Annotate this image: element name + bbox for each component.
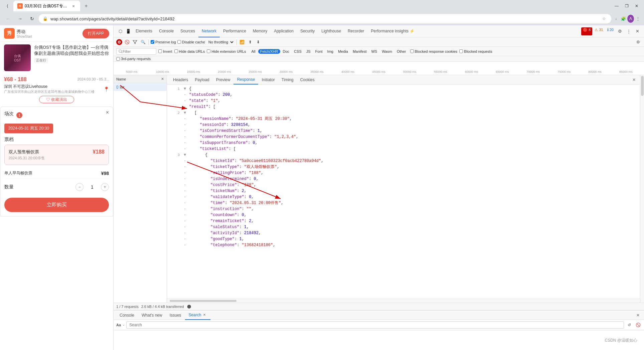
console-close-btn[interactable]: ✕: [635, 312, 641, 319]
hide-extension-urls-input[interactable]: [207, 49, 210, 53]
hide-data-urls-checkbox[interactable]: Hide data URLs: [174, 49, 205, 53]
console-search-input[interactable]: [126, 321, 624, 329]
tab-headers[interactable]: Headers: [170, 75, 191, 84]
tab-console[interactable]: Console: [156, 25, 177, 37]
filter-all-btn[interactable]: All: [250, 49, 258, 54]
blocked-cookies-checkbox[interactable]: Blocked response cookies: [410, 49, 458, 53]
regex-btn[interactable]: ·: [123, 322, 124, 328]
import-btn[interactable]: ⬆: [247, 39, 254, 45]
url-bar[interactable]: 🔒 wap.showstart.com/pages/activity/detai…: [39, 14, 611, 23]
filter-css-btn[interactable]: CSS: [292, 49, 304, 54]
bookmark-icon[interactable]: ☆: [601, 15, 607, 22]
tab-performance-insights[interactable]: Performance insights ⚡: [367, 25, 418, 37]
vertical-scrollbar[interactable]: [640, 75, 644, 303]
devtools-elements-picker[interactable]: ⬡: [116, 27, 124, 35]
extensions-icon[interactable]: 🧩: [620, 15, 627, 22]
close-btn[interactable]: ✕: [632, 1, 641, 11]
hide-extension-urls-checkbox[interactable]: Hide extension URLs: [207, 49, 246, 53]
devtools-settings-btn[interactable]: ⚙: [616, 27, 624, 35]
clear-btn[interactable]: 🚫: [124, 39, 130, 45]
session-date-btn[interactable]: 2024-05-31 周五 20:30: [4, 124, 53, 133]
tab-initiator[interactable]: Initiator: [258, 75, 278, 84]
console-tab-whats-new[interactable]: What's new: [138, 311, 166, 320]
devtools-close-btn[interactable]: ✕: [633, 27, 641, 35]
buy-button[interactable]: 立即购买: [4, 198, 109, 212]
invert-checkbox[interactable]: Invert: [158, 49, 172, 53]
forward-btn[interactable]: →: [15, 13, 25, 24]
overlay-close-btn[interactable]: ×: [106, 110, 109, 116]
quantity-minus-btn[interactable]: −: [75, 183, 84, 191]
filter-toggle-btn[interactable]: [132, 39, 138, 45]
refresh-search-btn[interactable]: ↺: [626, 322, 633, 328]
tab-performance[interactable]: Performance: [220, 25, 250, 37]
preserve-log-checkbox[interactable]: Preserve log: [151, 40, 176, 44]
collect-button[interactable]: ♡ 收藏演出: [39, 96, 74, 103]
third-party-input[interactable]: [116, 57, 120, 61]
throttle-select[interactable]: No throttling: [206, 40, 234, 44]
search-tab-close-btn[interactable]: ✕: [202, 312, 207, 318]
settings-btn[interactable]: ⚙: [635, 39, 641, 45]
tab-close-btn[interactable]: ✕: [71, 3, 76, 9]
preserve-log-input[interactable]: [151, 40, 154, 44]
close-panel-btn[interactable]: ✕: [161, 77, 164, 81]
tab-sources[interactable]: Sources: [177, 25, 198, 37]
blocked-cookies-input[interactable]: [410, 49, 414, 53]
clear-search-btn[interactable]: 🚫: [635, 322, 641, 328]
filter-manifest-btn[interactable]: Manifest: [351, 49, 369, 54]
disable-cache-input[interactable]: [177, 40, 181, 44]
devtools-more-btn[interactable]: ⋮: [625, 27, 633, 35]
tab-preview[interactable]: Preview: [213, 75, 234, 84]
filter-input[interactable]: [123, 49, 149, 53]
third-party-checkbox[interactable]: 3rd-party requests: [116, 57, 641, 61]
filter-js-btn[interactable]: JS: [304, 49, 313, 54]
ticket-card-1[interactable]: 双人预售畅饮票 2024.05.31 20:00停售 ¥188: [4, 145, 109, 165]
menu-icon[interactable]: ⋮: [635, 15, 641, 22]
reload-btn[interactable]: ↻: [27, 13, 37, 24]
tab-lighthouse[interactable]: Lighthouse: [318, 25, 344, 37]
filter-doc-btn[interactable]: Doc: [281, 49, 292, 54]
tab-cookies[interactable]: Cookies: [297, 75, 318, 84]
invert-input[interactable]: [158, 49, 162, 53]
tab-memory[interactable]: Memory: [250, 25, 271, 37]
record-btn[interactable]: [116, 39, 122, 45]
request-item-list[interactable]: {} list: [114, 83, 167, 91]
export-btn[interactable]: ⬇: [255, 39, 262, 45]
search-btn[interactable]: 🔍: [140, 39, 146, 45]
blocked-requests-input[interactable]: [459, 49, 463, 53]
filter-img-btn[interactable]: Img: [325, 49, 335, 54]
maximize-btn[interactable]: ❐: [622, 1, 631, 11]
minimize-btn[interactable]: —: [612, 1, 621, 11]
tab-application[interactable]: Application: [271, 25, 297, 37]
tab-recorder[interactable]: Recorder: [344, 25, 367, 37]
active-tab[interactable]: 秀 03月30日 台偶OST专场 [恶作剧之吻] ... ✕: [13, 1, 80, 11]
devtools-device-mode[interactable]: 📱: [124, 27, 132, 35]
filter-other-btn[interactable]: Other: [395, 49, 408, 54]
detail-panel-close-btn[interactable]: ✕: [631, 76, 637, 83]
filter-fetch-xhr-btn[interactable]: Fetch/XHR: [258, 49, 280, 54]
filter-media-btn[interactable]: Media: [336, 49, 350, 54]
filter-wasm-btn[interactable]: Wasm: [380, 49, 394, 54]
console-tab-search[interactable]: Search ✕: [185, 311, 210, 320]
console-tab-console[interactable]: Console: [116, 311, 138, 320]
wifi-icon[interactable]: 📶: [239, 39, 246, 45]
tab-response[interactable]: Response: [233, 75, 258, 84]
filter-font-btn[interactable]: Font: [313, 49, 325, 54]
quantity-plus-btn[interactable]: +: [101, 183, 109, 191]
new-tab-btn[interactable]: +: [82, 1, 91, 11]
tab-back-btn[interactable]: ⟨: [3, 1, 12, 11]
tab-network[interactable]: Network: [198, 25, 220, 37]
open-app-button[interactable]: 打开APP: [83, 29, 109, 38]
tab-elements[interactable]: Elements: [132, 25, 156, 37]
download-icon[interactable]: ↓: [613, 15, 619, 22]
console-tab-issues[interactable]: Issues: [166, 311, 185, 320]
hide-data-urls-input[interactable]: [174, 49, 178, 53]
profile-icon[interactable]: A: [627, 15, 634, 22]
disable-cache-checkbox[interactable]: Disable cache: [177, 40, 205, 44]
filter-ws-btn[interactable]: WS: [369, 49, 379, 54]
blocked-requests-checkbox[interactable]: Blocked requests: [459, 49, 492, 53]
back-btn[interactable]: ←: [3, 13, 13, 24]
tab-security[interactable]: Security: [297, 25, 318, 37]
tab-payload[interactable]: Payload: [191, 75, 212, 84]
case-sensitive-btn[interactable]: Aa: [116, 323, 121, 327]
tab-timing[interactable]: Timing: [278, 75, 297, 84]
